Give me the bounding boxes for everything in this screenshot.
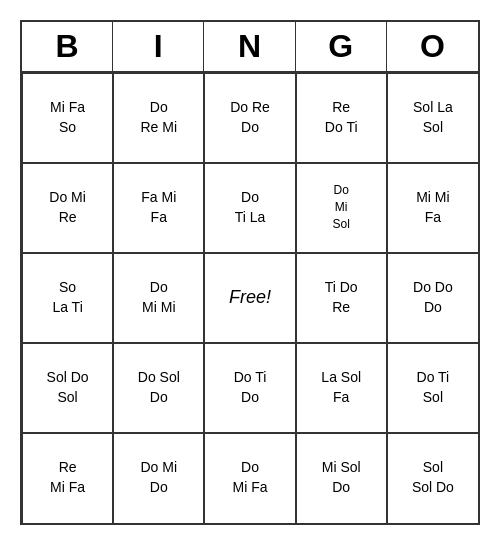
bingo-grid: Mi Fa SoDo Re MiDo Re DoRe Do TiSol La S… <box>22 73 478 523</box>
header-cell-o: O <box>387 22 478 71</box>
bingo-cell-15: Sol Do Sol <box>22 343 113 433</box>
bingo-cell-17: Do Ti Do <box>204 343 295 433</box>
bingo-cell-18: La Sol Fa <box>296 343 387 433</box>
bingo-card: BINGO Mi Fa SoDo Re MiDo Re DoRe Do TiSo… <box>20 20 480 525</box>
header-cell-g: G <box>296 22 387 71</box>
bingo-cell-0: Mi Fa So <box>22 73 113 163</box>
bingo-cell-22: Do Mi Fa <box>204 433 295 523</box>
header-cell-n: N <box>204 22 295 71</box>
bingo-cell-24: Sol Sol Do <box>387 433 478 523</box>
bingo-cell-5: Do Mi Re <box>22 163 113 253</box>
header-cell-i: I <box>113 22 204 71</box>
bingo-cell-3: Re Do Ti <box>296 73 387 163</box>
bingo-cell-2: Do Re Do <box>204 73 295 163</box>
bingo-cell-21: Do Mi Do <box>113 433 204 523</box>
bingo-cell-13: Ti Do Re <box>296 253 387 343</box>
bingo-cell-7: Do Ti La <box>204 163 295 253</box>
bingo-cell-9: Mi Mi Fa <box>387 163 478 253</box>
header-cell-b: B <box>22 22 113 71</box>
bingo-cell-4: Sol La Sol <box>387 73 478 163</box>
bingo-cell-6: Fa Mi Fa <box>113 163 204 253</box>
bingo-cell-11: Do Mi Mi <box>113 253 204 343</box>
bingo-cell-8: Do Mi Sol <box>296 163 387 253</box>
bingo-cell-23: Mi Sol Do <box>296 433 387 523</box>
bingo-cell-14: Do Do Do <box>387 253 478 343</box>
bingo-cell-10: So La Ti <box>22 253 113 343</box>
bingo-cell-16: Do Sol Do <box>113 343 204 433</box>
bingo-cell-1: Do Re Mi <box>113 73 204 163</box>
bingo-header: BINGO <box>22 22 478 73</box>
bingo-cell-12: Free! <box>204 253 295 343</box>
bingo-cell-19: Do Ti Sol <box>387 343 478 433</box>
bingo-cell-20: Re Mi Fa <box>22 433 113 523</box>
